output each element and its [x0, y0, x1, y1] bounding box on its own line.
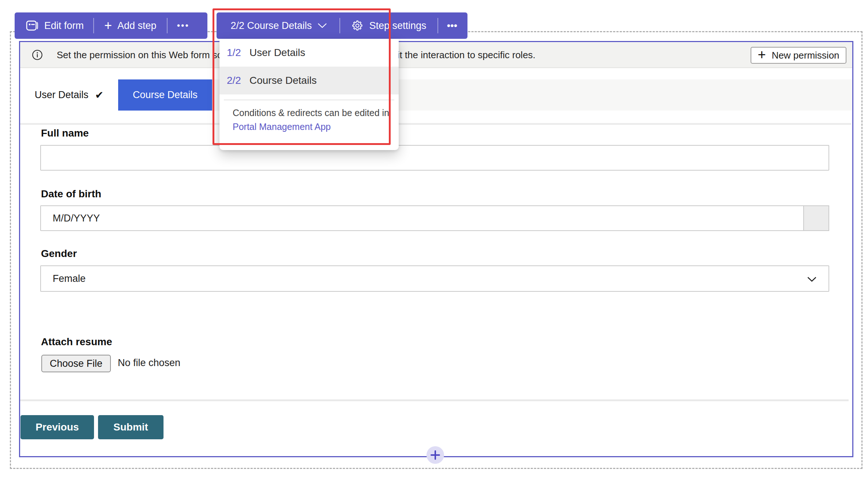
form-toolbar: Edit form + Add step •••: [15, 12, 207, 39]
tabs-divider: [20, 123, 851, 125]
actions-divider: [20, 399, 849, 401]
step-label: User Details: [249, 47, 305, 59]
gear-icon: [351, 19, 364, 32]
date-of-birth-label: Date of birth: [41, 188, 101, 200]
gender-value: Female: [53, 273, 86, 284]
full-name-label: Full name: [41, 127, 89, 139]
more-options-button[interactable]: •••: [168, 12, 199, 39]
info-icon: [31, 49, 44, 61]
add-step-label: Add step: [117, 20, 157, 31]
step-selector-dropdown[interactable]: 2/2 Course Details: [218, 12, 339, 39]
more-step-options-button[interactable]: •••: [438, 12, 466, 39]
edit-form-label: Edit form: [44, 20, 84, 31]
menu-divider: [224, 100, 394, 100]
plus-icon: +: [104, 19, 112, 32]
date-of-birth-input[interactable]: [40, 205, 804, 231]
chevron-down-icon: [807, 276, 817, 282]
tab-user-details-label: User Details: [35, 89, 89, 101]
submit-button[interactable]: Submit: [98, 415, 164, 439]
step-number: 1/2: [227, 47, 249, 59]
plus-icon: [431, 450, 440, 460]
date-picker-button[interactable]: [803, 205, 829, 231]
previous-button[interactable]: Previous: [20, 415, 94, 439]
edit-form-button[interactable]: Edit form: [17, 12, 93, 39]
chevron-down-icon: [317, 23, 327, 29]
edit-form-icon: [25, 19, 39, 33]
gender-label: Gender: [41, 248, 77, 260]
step-number: 2/2: [227, 75, 249, 86]
step-settings-button[interactable]: Step settings: [340, 12, 437, 39]
add-section-button[interactable]: [427, 446, 444, 464]
new-permission-button[interactable]: + New permission: [751, 47, 846, 64]
new-permission-label: New permission: [772, 50, 839, 61]
permission-banner: Set the permission on this Web form so i…: [20, 42, 852, 68]
menu-item-user-details[interactable]: 1/2 User Details: [219, 39, 399, 67]
add-step-button[interactable]: + Add step: [94, 12, 167, 39]
step-toolbar: 2/2 Course Details Step settings •••: [217, 12, 467, 39]
menu-note-text: Conditions & redirects can be edited in: [233, 108, 399, 118]
step-tabstrip: User Details ✔ Course Details: [20, 79, 852, 111]
step-dropdown-menu: 1/2 User Details 2/2 Course Details Cond…: [219, 39, 399, 150]
plus-icon: +: [758, 48, 766, 62]
tab-course-details-label: Course Details: [133, 89, 198, 101]
menu-item-course-details[interactable]: 2/2 Course Details: [219, 67, 399, 94]
step-settings-label: Step settings: [369, 20, 426, 31]
checkmark-icon: ✔: [95, 89, 104, 101]
page: Set the permission on this Web form so i…: [0, 0, 868, 477]
step-label: Course Details: [249, 75, 317, 86]
tab-user-details[interactable]: User Details ✔: [20, 79, 118, 111]
tab-course-details[interactable]: Course Details: [118, 79, 212, 111]
full-name-input[interactable]: [40, 145, 829, 171]
portal-management-app-link[interactable]: Portal Management App: [233, 122, 399, 132]
choose-file-label: Choose File: [50, 358, 102, 369]
file-status-text: No file chosen: [118, 357, 180, 369]
step-selector-label: 2/2 Course Details: [230, 20, 312, 31]
choose-file-button[interactable]: Choose File: [41, 355, 111, 372]
gender-select[interactable]: Female: [40, 265, 829, 292]
attach-resume-label: Attach resume: [41, 336, 112, 348]
